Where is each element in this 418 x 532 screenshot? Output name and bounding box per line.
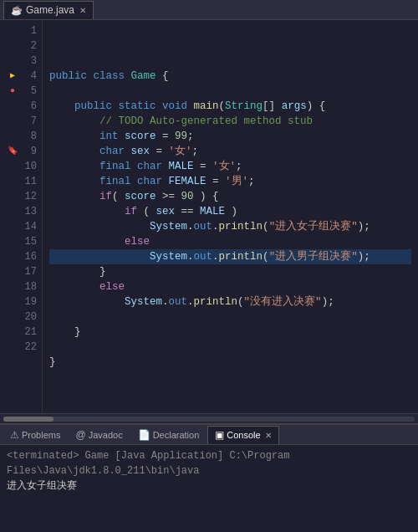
line-number: 21 <box>18 325 37 340</box>
code-line: System.out.println("进入男子组决赛"); <box>49 249 411 264</box>
line-num-row: 21 <box>7 325 37 340</box>
line-num-row: 14 <box>7 219 37 234</box>
line-num-row: 10 <box>7 159 37 174</box>
line-numbers: 123▶4●5678🔖910111213141516171819202122 <box>0 20 43 413</box>
bottom-tab-declaration[interactable]: 📄Declaration <box>131 426 206 444</box>
line-num-row: ▶4 <box>7 69 37 84</box>
scrollbar-thumb[interactable] <box>3 417 54 422</box>
console-terminated-line: <terminated> Game [Java Application] C:\… <box>7 448 411 478</box>
code-line: if ( sex == MALE ) <box>49 204 411 219</box>
code-line: final char FEMALE = '男'; <box>49 174 411 189</box>
code-line: } <box>49 355 411 370</box>
line-number: 15 <box>18 234 37 249</box>
file-tab[interactable]: ☕ Game.java ✕ <box>3 1 94 19</box>
horizontal-scrollbar[interactable] <box>0 413 418 423</box>
line-num-row: 7 <box>7 114 37 129</box>
declaration-tab-icon: 📄 <box>138 429 150 441</box>
code-line <box>49 84 411 99</box>
code-line <box>49 340 411 355</box>
console-output: <terminated> Game [Java Application] C:\… <box>0 445 418 532</box>
line-number: 1 <box>18 23 37 38</box>
declaration-tab-label: Declaration <box>153 430 200 440</box>
line-number: 7 <box>18 114 37 129</box>
code-line <box>49 54 411 69</box>
code-line: else <box>49 279 411 294</box>
line-number: 10 <box>18 159 37 174</box>
bottom-tab-problems[interactable]: ⚠Problems <box>3 426 67 444</box>
line-num-row: 22 <box>7 340 37 355</box>
line-number: 3 <box>18 54 37 69</box>
line-num-row: 2 <box>7 38 37 54</box>
line-marker: 🔖 <box>7 144 18 159</box>
line-number: 13 <box>18 204 37 219</box>
line-marker: ▶ <box>7 69 18 84</box>
bottom-tab-javadoc[interactable]: @Javadoc <box>69 426 129 444</box>
javadoc-tab-icon: @ <box>75 429 85 441</box>
line-number: 12 <box>18 189 37 204</box>
close-tab-icon[interactable]: ✕ <box>79 6 86 15</box>
line-number: 22 <box>18 340 37 355</box>
line-number: 2 <box>18 38 37 54</box>
console-output-line: 进入女子组决赛 <box>7 478 411 494</box>
line-num-row: 12 <box>7 189 37 204</box>
problems-tab-icon: ⚠ <box>10 429 19 441</box>
code-line: public static void main(String[] args) { <box>49 99 411 114</box>
code-line: } <box>49 325 411 340</box>
code-line: if( score >= 90 ) { <box>49 189 411 204</box>
code-line <box>49 370 411 385</box>
line-number: 18 <box>18 279 37 294</box>
code-line: final char MALE = '女'; <box>49 159 411 174</box>
bottom-tab-console[interactable]: ▣Console✕ <box>207 426 278 444</box>
line-number: 5 <box>18 84 37 99</box>
line-num-row: 20 <box>7 309 37 325</box>
bottom-tab-bar: ⚠Problems@Javadoc📄Declaration▣Console✕ <box>0 425 418 445</box>
line-number: 17 <box>18 264 37 279</box>
line-num-row: 17 <box>7 264 37 279</box>
editor-container: ☕ Game.java ✕ 123▶4●5678🔖910111213141516… <box>0 0 418 532</box>
tab-bar: ☕ Game.java ✕ <box>0 0 418 20</box>
code-line: } <box>49 264 411 279</box>
code-line <box>49 309 411 325</box>
line-num-row: 13 <box>7 204 37 219</box>
line-number: 9 <box>18 144 37 159</box>
console-tab-label: Console <box>227 430 260 440</box>
line-num-row: 8 <box>7 129 37 144</box>
line-number: 4 <box>18 69 37 84</box>
code-line: System.out.println("没有进入决赛"); <box>49 294 411 309</box>
line-number: 6 <box>18 99 37 114</box>
line-num-row: 1 <box>7 23 37 38</box>
line-number: 11 <box>18 174 37 189</box>
line-num-row: 16 <box>7 249 37 264</box>
line-number: 19 <box>18 294 37 309</box>
line-num-row: 3 <box>7 54 37 69</box>
bottom-panel: ⚠Problems@Javadoc📄Declaration▣Console✕ <… <box>0 423 418 532</box>
console-tab-close[interactable]: ✕ <box>265 431 272 440</box>
line-num-row: 18 <box>7 279 37 294</box>
code-line: System.out.println("进入女子组决赛"); <box>49 219 411 234</box>
editor-area: 123▶4●5678🔖910111213141516171819202122 p… <box>0 20 418 413</box>
code-line: public class Game { <box>49 69 411 84</box>
problems-tab-label: Problems <box>22 430 60 440</box>
line-number: 16 <box>18 249 37 264</box>
line-number: 8 <box>18 129 37 144</box>
java-icon: ☕ <box>11 5 23 16</box>
tab-label: Game.java <box>26 4 74 16</box>
line-num-row: 11 <box>7 174 37 189</box>
javadoc-tab-label: Javadoc <box>89 430 123 440</box>
line-num-row: 🔖9 <box>7 144 37 159</box>
line-num-row: 6 <box>7 99 37 114</box>
console-tab-icon: ▣ <box>215 429 224 441</box>
code-line: // TODO Auto-generated method stub <box>49 114 411 129</box>
line-num-row: ●5 <box>7 84 37 99</box>
line-number: 14 <box>18 219 37 234</box>
code-line: char sex = '女'; <box>49 144 411 159</box>
line-number: 20 <box>18 309 37 325</box>
code-content[interactable]: public class Game { public static void m… <box>43 20 418 413</box>
line-num-row: 19 <box>7 294 37 309</box>
line-num-row: 15 <box>7 234 37 249</box>
code-line: int score = 99; <box>49 129 411 144</box>
line-marker: ● <box>7 84 18 99</box>
scrollbar-track <box>3 417 415 422</box>
code-line: else <box>49 234 411 249</box>
